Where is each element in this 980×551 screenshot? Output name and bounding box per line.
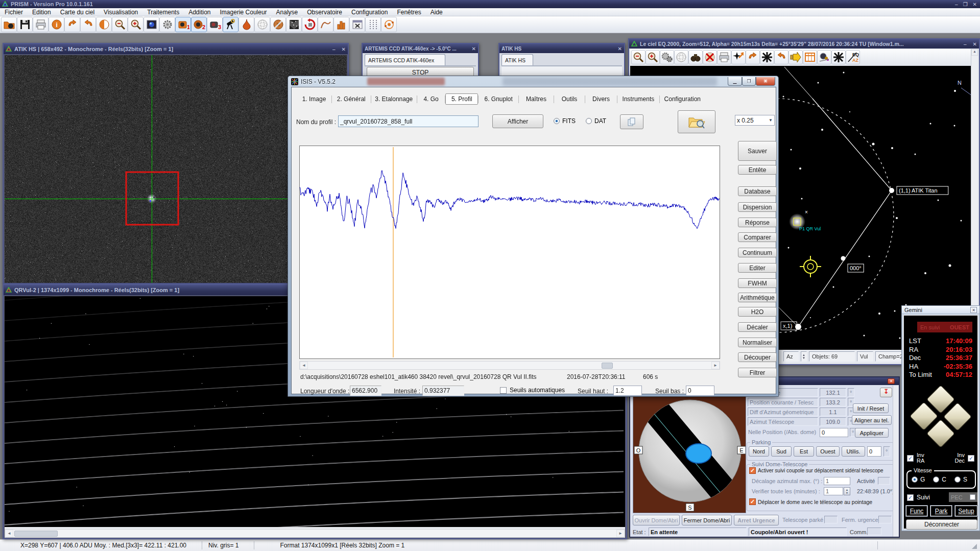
gears-icon[interactable] bbox=[660, 50, 674, 64]
close-icon[interactable]: ✕ bbox=[756, 77, 775, 86]
speed-s-radio[interactable] bbox=[954, 476, 961, 483]
close-icon[interactable]: ✕ bbox=[342, 46, 346, 52]
dotted-cols-icon[interactable] bbox=[365, 17, 381, 32]
menu-visualisation[interactable]: Visualisation bbox=[99, 9, 142, 16]
zoom-in-icon[interactable] bbox=[646, 50, 660, 64]
spectrum-plot[interactable] bbox=[299, 146, 720, 359]
activer-suivi-checkbox[interactable]: ✓ bbox=[749, 467, 756, 474]
scroll-thumb[interactable] bbox=[14, 531, 58, 537]
atik-hs-titlebar[interactable]: ATIK HS | 658x492 - Monochrome - Réels(3… bbox=[4, 44, 348, 54]
minimize-icon[interactable]: – bbox=[955, 2, 958, 7]
gemini-titlebar[interactable]: Gemini ✕ bbox=[902, 306, 979, 314]
forbid-icon[interactable] bbox=[703, 50, 717, 64]
deplacer-dome-checkbox[interactable]: ✓ bbox=[749, 498, 756, 505]
tab-1-image[interactable]: 1. Image bbox=[297, 94, 331, 104]
tab-outils[interactable]: Outils bbox=[554, 94, 585, 104]
undo-icon[interactable] bbox=[64, 17, 80, 32]
artemis-titlebar[interactable]: ARTEMIS CCD ATIK-460ex -> -5.0°C ... ✕ bbox=[363, 44, 478, 53]
inv-dec-checkbox[interactable]: ✓ bbox=[968, 455, 974, 462]
rotate-left-icon[interactable] bbox=[746, 50, 760, 64]
decalage-input[interactable]: 1 bbox=[824, 477, 850, 485]
disconnect-button[interactable]: Déconnecter bbox=[906, 519, 977, 530]
ent-te-button[interactable]: Entête bbox=[738, 165, 777, 175]
eclipse-icon[interactable] bbox=[817, 50, 831, 64]
parking-angle-input[interactable]: 0 bbox=[867, 446, 881, 457]
compress-icon[interactable] bbox=[760, 50, 774, 64]
menu-addition[interactable]: Addition bbox=[184, 9, 215, 16]
save-icon[interactable] bbox=[17, 17, 33, 32]
menu-observatoire[interactable]: Observatoire bbox=[302, 9, 347, 16]
skymap-titlebar[interactable]: Le ciel EQ.2000, Zoom=512, Alpha= 20h15m… bbox=[629, 39, 979, 49]
contrast-icon[interactable] bbox=[96, 17, 112, 32]
artemis-tab[interactable]: ARTEMIS CCD ATIK-460ex bbox=[365, 54, 445, 65]
close-icon[interactable]: ✕ bbox=[888, 378, 895, 384]
close-icon[interactable]: ✕ bbox=[973, 2, 977, 7]
pec-checkbox[interactable] bbox=[970, 494, 975, 500]
r-ponse-button[interactable]: Réponse bbox=[738, 218, 777, 227]
tab-instruments[interactable]: Instruments bbox=[617, 94, 659, 104]
scroll-thumb[interactable] bbox=[602, 363, 613, 369]
table-icon[interactable] bbox=[803, 50, 817, 64]
star-arrow-icon[interactable] bbox=[731, 50, 746, 64]
menu-traitements[interactable]: Traitements bbox=[142, 9, 184, 16]
atik2-tab[interactable]: ATIK HS bbox=[501, 54, 533, 65]
isis-titlebar[interactable]: ISIS - V5.5.2 ▁ ❐ ✕ bbox=[288, 76, 778, 87]
func-button[interactable]: Func bbox=[906, 506, 927, 516]
sauver-button[interactable]: Sauver bbox=[738, 141, 777, 161]
printer-icon[interactable] bbox=[717, 50, 731, 64]
zoom-select[interactable]: x 0.25▼ bbox=[735, 115, 775, 126]
telescope-icon[interactable] bbox=[223, 17, 238, 32]
main-titlebar[interactable]: PRISM - Version Pro 10.0.1.161 –❐✕ bbox=[0, 0, 980, 8]
rotate-right-icon[interactable] bbox=[774, 50, 788, 64]
speed-g-radio[interactable] bbox=[912, 476, 918, 483]
printer-icon[interactable] bbox=[33, 17, 49, 32]
menu-carte-du-ciel[interactable]: Carte du ciel bbox=[56, 9, 99, 16]
tab-5-profil[interactable]: 5. Profil bbox=[445, 93, 478, 105]
scroll-left-icon[interactable]: ◄ bbox=[300, 362, 308, 369]
dome-visualization[interactable]: NOES bbox=[633, 388, 746, 513]
qrvul-hscrollbar[interactable]: ◄ ► bbox=[5, 529, 625, 538]
copy-button[interactable] bbox=[620, 114, 643, 129]
menu-fen-tres[interactable]: Fenêtres bbox=[392, 9, 425, 16]
tab-4-go[interactable]: 4. Go bbox=[417, 94, 445, 104]
parking-est-button[interactable]: Est bbox=[794, 446, 814, 457]
sphere-icon[interactable] bbox=[674, 50, 688, 64]
disc-wrench-icon[interactable] bbox=[270, 17, 286, 32]
suivi-checkbox[interactable]: ✓ bbox=[907, 494, 914, 501]
inv-ra-checkbox[interactable]: ✓ bbox=[907, 455, 914, 462]
az-spinner[interactable]: ▲▼ bbox=[801, 351, 807, 362]
arithm-tique-button[interactable]: Arithmétique bbox=[738, 293, 777, 302]
parking-nord-button[interactable]: Nord bbox=[749, 446, 769, 457]
park-button[interactable]: Park bbox=[930, 506, 952, 516]
camera-3-icon[interactable]: 3 bbox=[207, 17, 223, 32]
zoom-in-icon[interactable] bbox=[128, 17, 144, 32]
histogram-icon[interactable] bbox=[333, 17, 349, 32]
curve-icon[interactable] bbox=[318, 17, 333, 32]
compress2-icon[interactable] bbox=[831, 50, 846, 64]
setup-button[interactable]: Setup bbox=[955, 506, 977, 516]
wavelength-value[interactable]: 6562.900 bbox=[350, 386, 381, 396]
tab-6-gnuplot[interactable]: 6. Gnuplot bbox=[479, 94, 518, 104]
menu-analyse[interactable]: Analyse bbox=[272, 9, 303, 16]
plot-hscrollbar[interactable]: ◄ ► bbox=[299, 361, 720, 370]
browse-button[interactable] bbox=[678, 110, 715, 133]
init-reset-button[interactable]: Init / Reset bbox=[853, 403, 889, 413]
atik2-titlebar[interactable]: ATIK HS ✕ bbox=[499, 44, 624, 53]
arret-urgence-button[interactable]: Arret Urgence bbox=[734, 515, 779, 525]
skymap-vscrollbar[interactable]: ▲ ▼ bbox=[971, 49, 978, 350]
tab-ma-tres[interactable]: Maîtres bbox=[519, 94, 554, 104]
close-icon[interactable]: ✕ bbox=[472, 46, 476, 52]
apply-button[interactable]: Appliquer bbox=[855, 428, 889, 438]
profile-name-input[interactable]: _qrvul_20160728_858_full bbox=[338, 115, 479, 127]
dispersion-button[interactable]: Dispersion bbox=[738, 202, 777, 212]
tab-2-g-n-ral[interactable]: 2. Général bbox=[332, 94, 371, 104]
d-caler-button[interactable]: Décaler bbox=[738, 322, 777, 332]
parking-ouest-button[interactable]: Ouest bbox=[816, 446, 840, 457]
fermer-dome-button[interactable]: Fermer Dome/Abri bbox=[682, 515, 732, 525]
resize-grip[interactable] bbox=[972, 544, 977, 549]
tab-3-etalonnage[interactable]: 3. Etalonnage bbox=[371, 94, 417, 104]
tab-divers[interactable]: Divers bbox=[585, 94, 617, 104]
maximize-icon[interactable]: ❐ bbox=[742, 77, 756, 86]
sphere-icon[interactable] bbox=[254, 17, 270, 32]
align-telescope-button[interactable]: Aligner au tel. bbox=[852, 415, 892, 425]
